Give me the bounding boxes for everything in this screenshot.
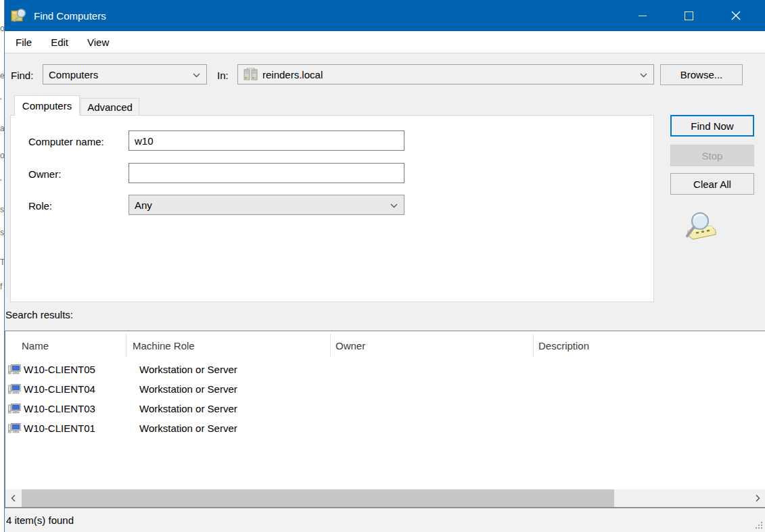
edge-text-fragment: ': [0, 178, 1, 187]
column-divider[interactable]: [533, 334, 534, 357]
chevron-down-icon: [639, 69, 648, 80]
search-results-label: Search results:: [5, 309, 73, 320]
maximize-icon: [685, 11, 693, 20]
table-row[interactable]: W10-CLIENT04 Workstation or Server: [5, 379, 765, 399]
maximize-button[interactable]: [673, 0, 704, 31]
chevron-down-icon: [192, 69, 201, 80]
scrollbar-thumb[interactable]: [22, 489, 614, 507]
computer-icon: [8, 364, 22, 375]
edge-text-fragment: ': [0, 97, 1, 105]
title-bar[interactable]: Find Computers: [5, 0, 765, 31]
minimize-button[interactable]: [627, 0, 658, 31]
status-text: 4 item(s) found: [6, 514, 74, 526]
resize-grip-dots: [755, 521, 756, 523]
in-scope-value: reinders.local: [262, 69, 323, 80]
in-scope-dropdown[interactable]: reinders.local: [237, 64, 654, 84]
row-machine-role: Workstation or Server: [133, 383, 337, 395]
row-machine-role: Workstation or Server: [133, 364, 337, 375]
find-type-value: Computers: [49, 69, 98, 80]
column-header-machine-role[interactable]: Machine Role: [133, 331, 195, 360]
chevron-left-icon: [11, 494, 16, 502]
resize-grip[interactable]: [755, 521, 763, 529]
in-label: In:: [217, 70, 229, 81]
edge-text-fragment: f: [0, 283, 2, 291]
computer-icon: [8, 422, 22, 434]
row-name: W10-CLIENT03: [24, 403, 133, 414]
computers-tab-panel: Computer name: Owner: Role: Any: [10, 115, 654, 302]
clear-all-button[interactable]: Clear All: [670, 173, 754, 195]
close-icon: [731, 11, 741, 20]
row-name: W10-CLIENT04: [24, 383, 133, 395]
menu-view[interactable]: View: [78, 33, 118, 51]
column-divider[interactable]: [126, 334, 126, 357]
find-type-dropdown[interactable]: Computers: [43, 64, 207, 84]
computer-icon: [8, 383, 22, 395]
scroll-right-button[interactable]: [749, 489, 765, 507]
tab-advanced[interactable]: Advanced: [80, 98, 139, 116]
row-name: W10-CLIENT01: [24, 422, 133, 434]
role-label: Role:: [28, 200, 52, 212]
chevron-down-icon: [390, 199, 398, 211]
column-header-name[interactable]: Name: [22, 331, 49, 360]
computer-name-field[interactable]: [129, 130, 404, 151]
close-button[interactable]: [720, 0, 751, 31]
table-row[interactable]: W10-CLIENT01 Workstation or Server: [5, 418, 765, 438]
browse-button[interactable]: Browse...: [660, 64, 743, 85]
owner-field[interactable]: [129, 163, 404, 183]
menu-file[interactable]: File: [6, 33, 41, 51]
stop-button[interactable]: Stop: [670, 145, 754, 166]
search-magnifier-icon: [682, 212, 719, 244]
find-computers-icon: [11, 7, 27, 24]
table-row[interactable]: W10-CLIENT03 Workstation or Server: [5, 399, 765, 418]
owner-label: Owner:: [28, 168, 61, 180]
menu-edit[interactable]: Edit: [41, 33, 78, 51]
tab-computers[interactable]: Computers: [14, 95, 80, 116]
row-machine-role: Workstation or Server: [133, 422, 337, 434]
scroll-left-button[interactable]: [5, 489, 22, 507]
find-computers-window: Find Computers File Edit View Find: Comp…: [4, 0, 765, 532]
menu-bar: File Edit View: [5, 31, 765, 53]
table-row[interactable]: W10-CLIENT05 Workstation or Server: [5, 360, 765, 379]
status-bar: 4 item(s) found: [5, 508, 765, 532]
row-name: W10-CLIENT05: [24, 364, 133, 375]
role-value: Any: [135, 199, 152, 211]
role-dropdown[interactable]: Any: [129, 195, 404, 215]
find-label: Find:: [11, 70, 33, 81]
window-title: Find Computers: [34, 10, 106, 22]
minimize-icon: [639, 16, 647, 16]
horizontal-scrollbar[interactable]: [5, 489, 765, 507]
row-machine-role: Workstation or Server: [133, 403, 337, 414]
directory-domain-icon: [244, 68, 258, 82]
results-list: Name Machine Role Owner Description W10-…: [5, 331, 765, 508]
column-divider[interactable]: [330, 334, 331, 357]
chevron-right-icon: [755, 494, 760, 502]
find-now-button[interactable]: Find Now: [670, 115, 754, 137]
computer-icon: [8, 403, 22, 414]
column-header-owner[interactable]: Owner: [335, 331, 365, 360]
column-header-description[interactable]: Description: [538, 331, 589, 360]
computer-name-label: Computer name:: [28, 136, 104, 147]
